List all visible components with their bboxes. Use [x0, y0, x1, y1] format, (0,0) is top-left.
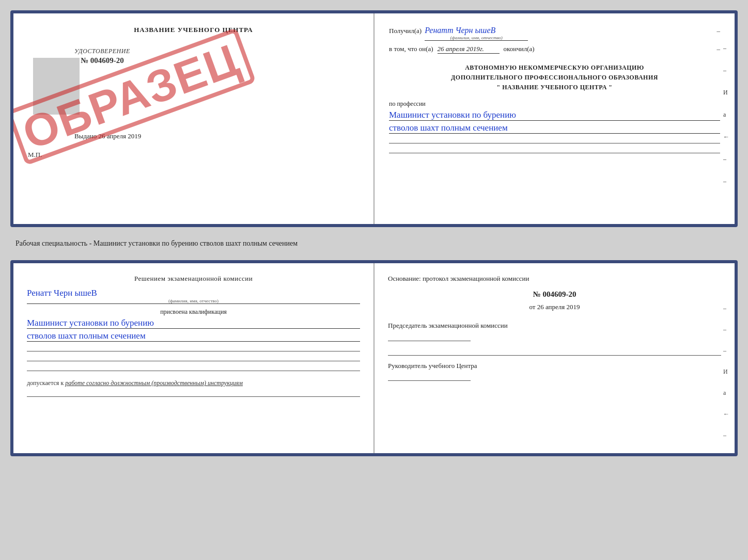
bottom-underline-4 [27, 390, 360, 397]
dopuskaetsya-italic: работе согласно должностным (производств… [65, 379, 243, 387]
bottom-document: Решением экзаменационной комиссии Ренатт… [10, 260, 738, 456]
predsedatel-label: Председатель экзаменационной комиссии [388, 321, 721, 331]
underline-2 [389, 146, 720, 153]
udostoverenie-block: УДОСТОВЕРЕНИЕ № 004609-20 [74, 47, 130, 65]
bottom-underline-2 [27, 354, 360, 361]
prisvoena-label: присвоена квалификация [27, 308, 360, 316]
poluchil-line: Получил(а) Ренатт Черн ышеВ (фамилия, им… [389, 26, 720, 41]
osnovanie-title: Основание: протокол экзаменационной коми… [388, 275, 721, 283]
vtom-dash: – [717, 45, 721, 53]
bottom-right-edge-dashes: – – – И а ← – – – [723, 305, 729, 456]
right-edge-dashes: – – И а ← – – [723, 44, 729, 185]
qualification-line2: стволов шахт полным сечением [27, 331, 360, 342]
poluchil-label: Получил(а) [389, 27, 422, 35]
middle-text: Рабочая специальность - Машинист установ… [10, 235, 738, 252]
bottom-right-underline-1 [388, 348, 721, 356]
predsedatel-block: Председатель экзаменационной комиссии [388, 321, 721, 341]
fio-subtitle-top: (фамилия, имя, отчество) [425, 35, 528, 40]
vydano-label: Выдано [74, 132, 97, 140]
vydano-date: 26 апреля 2019 [99, 132, 142, 140]
gray-photo-box [33, 58, 80, 115]
top-doc-left: НАЗВАНИЕ УЧЕБНОГО ЦЕНТРА УДОСТОВЕРЕНИЕ №… [13, 13, 375, 224]
top-right-dash: – [717, 27, 721, 35]
fio-subtitle-bottom: (фамилия, имя, отчество) [27, 298, 360, 303]
bottom-doc-left: Решением экзаменационной комиссии Ренатт… [13, 263, 375, 453]
udostoverenie-label: УДОСТОВЕРЕНИЕ [74, 47, 130, 55]
vtom-date: 26 апреля 2019г. [438, 45, 500, 54]
okochil-label: окончил(а) [504, 45, 535, 53]
protocol-date: от 26 апреля 2019 [388, 303, 721, 311]
vtom-line: в том, что он(а) 26 апреля 2019г. окончи… [389, 45, 720, 54]
predsedatel-sig-line [388, 334, 471, 341]
bottom-underline-1 [27, 344, 360, 351]
vydano-line: Выдано 26 апреля 2019 [74, 132, 141, 140]
poluchil-name: Ренатт Черн ышеВ (фамилия, имя, отчество… [425, 26, 528, 41]
resheniem-title: Решением экзаменационной комиссии [27, 275, 360, 283]
top-document: НАЗВАНИЕ УЧЕБНОГО ЦЕНТРА УДОСТОВЕРЕНИЕ №… [10, 10, 738, 227]
bottom-doc-right: Основание: протокол экзаменационной коми… [375, 263, 735, 453]
protocol-date-prefix: от [529, 303, 535, 311]
auto-line1: АВТОНОМНУЮ НЕКОММЕРЧЕСКУЮ ОРГАНИЗАЦИЮ [389, 63, 720, 73]
bottom-underline-3 [27, 364, 360, 371]
protocol-date-value: 26 апреля 2019 [537, 303, 580, 311]
udostoverenie-number: № 004609-20 [74, 56, 130, 65]
dopuskaetsya-prefix: допускается к [27, 379, 64, 387]
underline-1 [389, 136, 720, 143]
auto-line3: " НАЗВАНИЕ УЧЕБНОГО ЦЕНТРА " [389, 83, 720, 92]
mp-line: М.П. [28, 151, 359, 159]
page-wrapper: НАЗВАНИЕ УЧЕБНОГО ЦЕНТРА УДОСТОВЕРЕНИЕ №… [10, 10, 738, 456]
auto-line2: ДОПОЛНИТЕЛЬНОГО ПРОФЕССИОНАЛЬНОГО ОБРАЗО… [389, 73, 720, 83]
rukovoditel-block: Руководитель учебного Центра [388, 361, 721, 381]
rukovoditel-sig-line [388, 374, 471, 381]
top-doc-right: Получил(а) Ренатт Черн ышеВ (фамилия, им… [375, 13, 735, 224]
po-professii-label: по профессии [389, 100, 720, 108]
qualification-line1: Машинист установки по бурению [27, 318, 360, 329]
rukovoditel-label: Руководитель учебного Центра [388, 361, 721, 371]
autonomnaya-block: АВТОНОМНУЮ НЕКОММЕРЧЕСКУЮ ОРГАНИЗАЦИЮ ДО… [389, 63, 720, 93]
top-left-title: НАЗВАНИЕ УЧЕБНОГО ЦЕНТРА [28, 26, 359, 34]
stamp-area: УДОСТОВЕРЕНИЕ № 004609-20 ОБРАЗЕЦ Выдано… [28, 42, 359, 146]
profession-line2: стволов шахт полным сечением [389, 123, 720, 134]
protocol-num: № 004609-20 [388, 290, 721, 299]
profession-line1: Машинист установки по бурению [389, 110, 720, 121]
vtom-label: в том, что он(а) [389, 45, 433, 53]
dopuskaetsya-text: допускается к работе согласно должностны… [27, 379, 360, 387]
bottom-person-name: Ренатт Черн ышеВ (фамилия, имя, отчество… [27, 288, 360, 304]
